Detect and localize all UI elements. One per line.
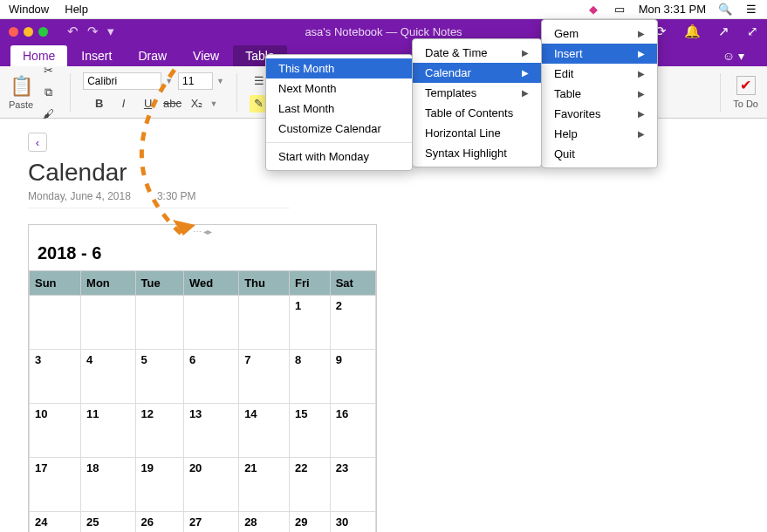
mac-menu-help[interactable]: Help xyxy=(65,3,88,16)
menu-item[interactable]: Insert▶ xyxy=(542,44,657,64)
tab-view[interactable]: View xyxy=(181,45,231,66)
gem-menu[interactable]: Gem▶Insert▶Edit▶Table▶Favorites▶Help▶Qui… xyxy=(541,19,658,168)
calendar-cell[interactable]: 20 xyxy=(183,458,238,512)
calendar-cell[interactable]: 13 xyxy=(183,404,238,458)
cut-icon[interactable]: ✂ xyxy=(38,62,58,79)
menu-item[interactable]: Gem▶ xyxy=(542,24,657,44)
gem-icon[interactable]: ◆ xyxy=(586,3,600,17)
menu-item[interactable]: This Month xyxy=(266,58,412,78)
calendar-cell[interactable]: 18 xyxy=(81,458,135,512)
calendar-cell[interactable]: 3 xyxy=(30,350,81,404)
menu-item[interactable]: Syntax Highlight xyxy=(413,143,541,163)
calendar-cell[interactable]: 9 xyxy=(330,350,375,404)
calendar-cell[interactable]: 15 xyxy=(290,404,331,458)
share-icon[interactable]: ↗ xyxy=(718,24,729,39)
undo-icon[interactable]: ↶ xyxy=(67,24,79,39)
redo-icon[interactable]: ↷ xyxy=(87,24,99,39)
font-name-input[interactable] xyxy=(83,72,161,90)
calendar-cell[interactable]: 12 xyxy=(135,404,183,458)
todo-button[interactable]: ✔ To Do xyxy=(733,76,758,109)
insert-submenu[interactable]: Date & Time▶Calendar▶Templates▶Table of … xyxy=(412,38,542,167)
strikethrough-button[interactable]: abc xyxy=(163,95,182,113)
menu-item[interactable]: Templates▶ xyxy=(413,83,541,103)
paste-button[interactable]: 📋 Paste xyxy=(9,75,33,110)
subscript-button[interactable]: X₂ xyxy=(188,95,207,113)
calendar-cell[interactable]: 27 xyxy=(183,512,238,533)
mac-menu-window[interactable]: Window xyxy=(9,3,49,16)
calendar-cell[interactable]: 6 xyxy=(183,350,238,404)
tab-draw[interactable]: Draw xyxy=(126,45,179,66)
calendar-cell[interactable] xyxy=(135,296,183,350)
submenu-arrow-icon: ▶ xyxy=(638,129,645,139)
container-handle-icon[interactable]: ⋯ ◂▸ xyxy=(29,227,376,236)
calendar-cell[interactable]: 24 xyxy=(30,512,81,533)
calendar-container[interactable]: ⋯ ◂▸ 2018 - 6 SunMonTueWedThuFriSat 1234… xyxy=(28,224,377,532)
menu-item[interactable]: Customize Calendar xyxy=(266,119,412,139)
menu-item[interactable]: Table of Contents xyxy=(413,103,541,123)
menu-item[interactable]: Next Month xyxy=(266,78,412,99)
calendar-day-header: Sun xyxy=(30,271,81,296)
menu-item-label: Customize Calendar xyxy=(278,122,381,135)
calendar-cell[interactable]: 29 xyxy=(290,512,331,533)
menu-item[interactable]: Table▶ xyxy=(542,84,657,104)
menu-item[interactable]: Horizontal Line xyxy=(413,123,541,143)
calendar-cell[interactable]: 30 xyxy=(330,512,375,533)
chevron-down-icon[interactable]: ▼ xyxy=(216,77,224,85)
calendar-cell[interactable]: 8 xyxy=(290,350,331,404)
calendar-cell[interactable]: 10 xyxy=(30,404,81,458)
calendar-table: SunMonTueWedThuFriSat 123456789101112131… xyxy=(29,270,376,532)
calendar-cell[interactable]: 23 xyxy=(330,458,375,512)
copy-icon[interactable]: ⧉ xyxy=(38,84,58,101)
page-area[interactable]: ‹ Calendar Monday, June 4, 2018 3:30 PM … xyxy=(0,119,767,532)
calendar-cell[interactable] xyxy=(81,296,135,350)
chevron-down-icon[interactable]: ▼ xyxy=(165,77,173,85)
fullscreen-icon[interactable]: ⤢ xyxy=(747,24,758,39)
menu-item[interactable]: Favorites▶ xyxy=(542,104,657,124)
calendar-cell[interactable]: 22 xyxy=(290,458,331,512)
tab-insert[interactable]: Insert xyxy=(69,45,124,66)
calendar-cell[interactable]: 21 xyxy=(239,458,290,512)
underline-button[interactable]: U xyxy=(139,95,158,113)
menu-item[interactable]: Help▶ xyxy=(542,124,657,144)
spotlight-icon[interactable]: 🔍 xyxy=(718,3,732,17)
back-button[interactable]: ‹ xyxy=(28,133,47,152)
screencast-icon[interactable]: ▭ xyxy=(613,3,627,17)
italic-button[interactable]: I xyxy=(114,95,134,113)
submenu-arrow-icon: ▶ xyxy=(522,48,529,58)
menu-item[interactable]: Start with Monday xyxy=(266,147,412,167)
calendar-cell[interactable]: 17 xyxy=(30,458,81,512)
menu-item[interactable]: Calendar▶ xyxy=(413,63,541,83)
calendar-cell[interactable]: 7 xyxy=(239,350,290,404)
window-controls[interactable] xyxy=(9,27,48,37)
calendar-cell[interactable] xyxy=(183,296,238,350)
menu-item[interactable]: Quit xyxy=(542,144,657,164)
zoom-window-icon[interactable] xyxy=(38,27,48,37)
font-size-input[interactable] xyxy=(178,72,213,90)
calendar-cell[interactable]: 2 xyxy=(330,296,375,350)
calendar-submenu[interactable]: This MonthNext MonthLast MonthCustomize … xyxy=(265,54,413,171)
menu-item[interactable]: Date & Time▶ xyxy=(413,43,541,63)
menu-item[interactable]: Last Month xyxy=(266,99,412,119)
calendar-cell[interactable]: 25 xyxy=(81,512,135,533)
calendar-cell[interactable]: 16 xyxy=(330,404,375,458)
calendar-cell[interactable]: 26 xyxy=(135,512,183,533)
calendar-cell[interactable]: 19 xyxy=(135,458,183,512)
calendar-cell[interactable]: 4 xyxy=(81,350,135,404)
calendar-cell[interactable]: 1 xyxy=(290,296,331,350)
qat-customize-icon[interactable]: ▾ xyxy=(107,24,114,39)
mac-menubar: Window Help ◆ ▭ Mon 3:31 PM 🔍 ☰ xyxy=(0,0,767,19)
calendar-cell[interactable]: 28 xyxy=(239,512,290,533)
calendar-cell[interactable] xyxy=(30,296,81,350)
notifications-icon[interactable]: 🔔 xyxy=(684,24,701,39)
calendar-cell[interactable]: 5 xyxy=(135,350,183,404)
smiley-feedback-icon[interactable]: ☺ ▾ xyxy=(710,45,757,66)
close-window-icon[interactable] xyxy=(9,27,18,37)
calendar-cell[interactable]: 11 xyxy=(81,404,135,458)
bold-button[interactable]: B xyxy=(90,95,109,113)
control-center-icon[interactable]: ☰ xyxy=(744,3,758,17)
calendar-cell[interactable] xyxy=(239,296,290,350)
chevron-down-icon[interactable]: ▼ xyxy=(210,99,218,108)
menu-item[interactable]: Edit▶ xyxy=(542,64,657,84)
minimize-window-icon[interactable] xyxy=(24,27,33,37)
calendar-cell[interactable]: 14 xyxy=(239,404,290,458)
